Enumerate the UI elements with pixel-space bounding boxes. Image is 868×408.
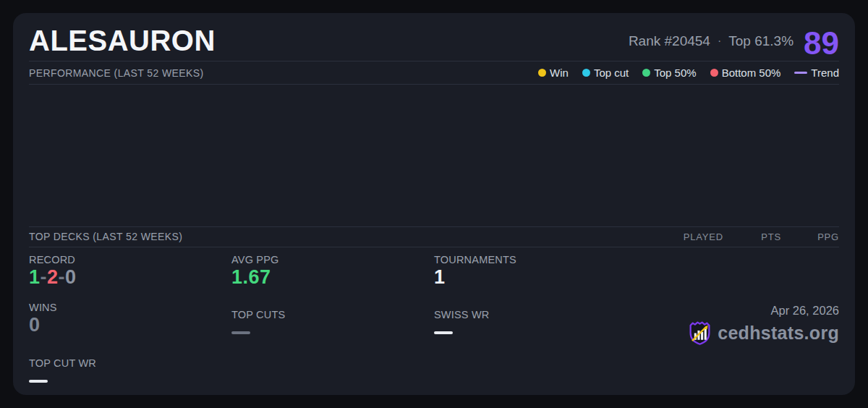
bottom-50-dot-icon bbox=[710, 69, 718, 77]
legend-item-bottom-50: Bottom 50% bbox=[710, 67, 781, 79]
stat-swiss-wr: SWISS WR bbox=[434, 302, 637, 350]
stat-avg-ppg: AVG PPG 1.67 bbox=[231, 254, 434, 302]
performance-section-header: PERFORMANCE (LAST 52 WEEKS) Win Top cut … bbox=[29, 61, 839, 84]
legend-label: Top 50% bbox=[654, 67, 696, 79]
stat-record: RECORD 1-2-0 bbox=[29, 254, 231, 302]
chart-legend: Win Top cut Top 50% Bottom 50% Trend bbox=[538, 67, 839, 79]
top-decks-column-headers: PLAYED PTS PPG bbox=[673, 231, 839, 242]
player-score: 89 bbox=[804, 29, 839, 58]
swiss-wr-empty-dash bbox=[434, 331, 453, 334]
rank-group: Rank #20454 · Top 61.3% 89 bbox=[629, 29, 839, 58]
column-pts: PTS bbox=[723, 231, 781, 242]
card-footer: Apr 26, 2026 cedhstats.org bbox=[637, 254, 839, 351]
top-decks-section-title: TOP DECKS (LAST 52 WEEKS) bbox=[29, 231, 182, 242]
record-value: 1-2-0 bbox=[29, 265, 231, 290]
wins-value: 0 bbox=[29, 313, 231, 338]
column-ppg: PPG bbox=[781, 231, 839, 242]
win-dot-icon bbox=[538, 69, 546, 77]
record-separator: - bbox=[41, 266, 48, 288]
card-header: ALESAURON Rank #20454 · Top 61.3% 89 bbox=[29, 13, 839, 61]
top-50-dot-icon bbox=[642, 69, 650, 77]
avg-ppg-value: 1.67 bbox=[231, 265, 434, 290]
stat-wins: WINS 0 bbox=[29, 302, 231, 350]
legend-label: Trend bbox=[811, 67, 839, 79]
top-decks-section-header: TOP DECKS (LAST 52 WEEKS) PLAYED PTS PPG bbox=[29, 227, 839, 247]
stat-tournaments: TOURNAMENTS 1 bbox=[434, 254, 637, 302]
rank-number: Rank #20454 bbox=[629, 33, 710, 49]
tournaments-value: 1 bbox=[434, 265, 637, 290]
trend-line-icon bbox=[794, 72, 807, 74]
rank-text: Rank #20454 · Top 61.3% bbox=[629, 33, 793, 54]
legend-item-win: Win bbox=[538, 67, 569, 79]
top-cuts-empty-dash bbox=[231, 331, 250, 334]
rank-separator: · bbox=[718, 35, 721, 48]
stat-top-cuts: TOP CUTS bbox=[231, 302, 434, 350]
record-wins: 1 bbox=[29, 266, 41, 288]
top-cut-wr-label: TOP CUT WR bbox=[29, 357, 231, 369]
legend-label: Top cut bbox=[594, 67, 629, 79]
tournaments-label: TOURNAMENTS bbox=[434, 254, 637, 265]
record-draws: 0 bbox=[65, 266, 77, 288]
performance-chart-area bbox=[29, 85, 839, 226]
cedhstats-shield-logo-icon bbox=[688, 320, 712, 346]
brand-name: cedhstats.org bbox=[718, 323, 839, 344]
legend-item-trend: Trend bbox=[794, 67, 839, 79]
wins-label: WINS bbox=[29, 302, 231, 313]
top-cut-dot-icon bbox=[582, 69, 590, 77]
top-cut-wr-empty-dash bbox=[29, 380, 48, 383]
stats-grid: RECORD 1-2-0 AVG PPG 1.67 TOURNAMENTS 1 … bbox=[29, 247, 839, 396]
stat-top-cut-wr: TOP CUT WR bbox=[29, 350, 231, 395]
legend-item-top-50: Top 50% bbox=[642, 67, 696, 79]
legend-item-top-cut: Top cut bbox=[582, 67, 629, 79]
legend-label: Win bbox=[550, 67, 569, 79]
generated-date: Apr 26, 2026 bbox=[771, 304, 840, 318]
avg-ppg-label: AVG PPG bbox=[231, 254, 434, 265]
column-played: PLAYED bbox=[673, 231, 723, 242]
top-cuts-label: TOP CUTS bbox=[231, 309, 434, 320]
swiss-wr-label: SWISS WR bbox=[434, 309, 637, 320]
player-name: ALESAURON bbox=[29, 26, 216, 58]
legend-label: Bottom 50% bbox=[722, 67, 781, 79]
record-label: RECORD bbox=[29, 254, 231, 265]
record-separator: - bbox=[59, 266, 66, 288]
top-percent: Top 61.3% bbox=[728, 33, 793, 49]
record-losses: 2 bbox=[47, 266, 59, 288]
player-stats-card: ALESAURON Rank #20454 · Top 61.3% 89 PER… bbox=[13, 13, 855, 395]
brand-lockup: cedhstats.org bbox=[688, 320, 839, 346]
performance-section-title: PERFORMANCE (LAST 52 WEEKS) bbox=[29, 67, 204, 79]
